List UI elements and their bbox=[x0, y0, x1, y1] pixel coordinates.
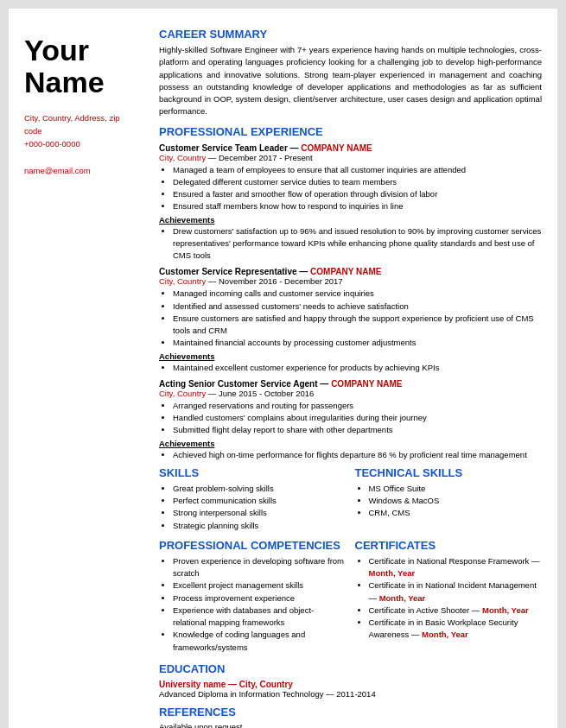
job-1-title: Customer Service Team Leader — COMPANY N… bbox=[159, 143, 542, 153]
competencies-section: PROFESSIONAL COMPETENCIES Proven experie… bbox=[159, 539, 347, 655]
list-item: Experience with databases and object-rel… bbox=[173, 605, 347, 630]
list-item: Identified and assessed customers' needs… bbox=[173, 301, 542, 313]
job-3: Acting Senior Customer Service Agent — C… bbox=[159, 379, 542, 461]
list-item: Certificate in National Response Framewo… bbox=[369, 555, 543, 580]
job-1-achievements: Drew customers' satisfaction up to 96% a… bbox=[173, 225, 542, 263]
job-1-achievements-label: Achievements bbox=[159, 215, 542, 225]
job-1-bullets: Managed a team of employees to ensure th… bbox=[173, 164, 542, 213]
professional-experience-section: PROFESSIONAL EXPERIENCE Customer Service… bbox=[159, 125, 542, 461]
list-item: Knowledge of coding languages and framew… bbox=[173, 629, 347, 654]
list-item: Managed incoming calls and customer serv… bbox=[173, 288, 542, 300]
email: name@email.com bbox=[24, 164, 137, 177]
job-2-bullets: Managed incoming calls and customer serv… bbox=[173, 288, 542, 349]
list-item: Achieved high on-time performance for fl… bbox=[173, 449, 542, 461]
competencies-row: PROFESSIONAL COMPETENCIES Proven experie… bbox=[159, 539, 542, 655]
technical-skills-section: TECHNICAL SKILLS MS Office Suite Windows… bbox=[355, 466, 543, 534]
references-section: REFERENCES Available upon request bbox=[159, 706, 542, 728]
list-item: Maintained financial accounts by process… bbox=[173, 337, 542, 349]
skills-row: SKILLS Great problem-solving skills Perf… bbox=[159, 466, 542, 534]
list-item: Certificate in in National Incident Mana… bbox=[369, 579, 543, 605]
city-country: City, Country, Address, zip code bbox=[24, 111, 137, 137]
list-item: Excellent project management skills bbox=[173, 579, 347, 592]
list-item: Certificate in in Basic Workplace Securi… bbox=[369, 617, 543, 642]
technical-skills-title: TECHNICAL SKILLS bbox=[355, 466, 543, 479]
list-item: CRM, CMS bbox=[369, 507, 543, 519]
skills-title: SKILLS bbox=[159, 466, 347, 479]
list-item: Perfect communication skills bbox=[173, 495, 347, 507]
job-2-achievements-label: Achievements bbox=[159, 351, 542, 361]
job-3-bullets: Arranged reservations and routing for pa… bbox=[173, 400, 542, 437]
phone: +000-000-0000 bbox=[24, 137, 137, 150]
education-section: EDUCATION University name — City, Countr… bbox=[159, 662, 542, 699]
job-2-location: City, Country — November 2016 - December… bbox=[159, 276, 542, 286]
list-item: Windows & MacOS bbox=[369, 495, 543, 507]
career-summary-text: Highly-skilled Software Engineer with 7+… bbox=[159, 44, 542, 118]
education-title: EDUCATION bbox=[159, 662, 542, 675]
job-1: Customer Service Team Leader — COMPANY N… bbox=[159, 143, 542, 263]
list-item: Ensured staff members know how to respon… bbox=[173, 200, 542, 212]
skills-section: SKILLS Great problem-solving skills Perf… bbox=[159, 466, 347, 534]
competencies-list: Proven experience in developing software… bbox=[173, 555, 347, 654]
job-3-achievements-label: Achievements bbox=[159, 439, 542, 448]
list-item: Ensure customers are satisfied and happy… bbox=[173, 313, 542, 338]
list-item: Submitted flight delay report to share w… bbox=[173, 424, 542, 436]
job-2: Customer Service Representative — COMPAN… bbox=[159, 267, 542, 374]
certificates-title: CERTIFICATES bbox=[355, 539, 543, 552]
technical-skills-list: MS Office Suite Windows & MacOS CRM, CMS bbox=[369, 483, 543, 520]
list-item: Maintained excellent customer experience… bbox=[173, 362, 542, 374]
first-name: Your bbox=[24, 35, 137, 66]
certificates-list: Certificate in National Response Framewo… bbox=[369, 555, 543, 642]
last-name: Name bbox=[24, 66, 137, 98]
education-detail: Advanced Diploma in Information Technolo… bbox=[159, 689, 542, 699]
references-title: REFERENCES bbox=[159, 706, 542, 719]
list-item: Ensured a faster and smoother flow of op… bbox=[173, 188, 542, 200]
references-text: Available upon request bbox=[159, 722, 542, 728]
list-item: Delegated different customer service dut… bbox=[173, 176, 542, 188]
education-university: University name — City, Country bbox=[159, 679, 542, 689]
list-item: Handled customers' complains about irreg… bbox=[173, 412, 542, 424]
job-1-location: City, Country — December 2017 - Present bbox=[159, 153, 542, 162]
name-block: Your Name bbox=[24, 35, 137, 99]
list-item: Great problem-solving skills bbox=[173, 483, 347, 495]
contact-info: City, Country, Address, zip code +000-00… bbox=[24, 111, 137, 177]
professional-experience-title: PROFESSIONAL EXPERIENCE bbox=[159, 125, 542, 138]
list-item: Proven experience in developing software… bbox=[173, 555, 347, 580]
job-3-title: Acting Senior Customer Service Agent — C… bbox=[159, 379, 542, 389]
list-item: Drew customers' satisfaction up to 96% a… bbox=[173, 225, 542, 263]
job-3-location: City, Country — June 2015 - October 2016 bbox=[159, 389, 542, 398]
career-summary-title: CAREER SUMMARY bbox=[159, 28, 542, 41]
list-item: Certificate in Active Shooter — Month, Y… bbox=[369, 605, 543, 617]
competencies-title: PROFESSIONAL COMPETENCIES bbox=[159, 539, 347, 552]
list-item: Strong interpersonal skills bbox=[173, 507, 347, 519]
list-item: Process improvement experience bbox=[173, 592, 347, 605]
list-item: Arranged reservations and routing for pa… bbox=[173, 400, 542, 412]
list-item: MS Office Suite bbox=[369, 483, 543, 495]
job-2-achievements: Maintained excellent customer experience… bbox=[173, 362, 542, 374]
certificates-section: CERTIFICATES Certificate in National Res… bbox=[355, 539, 543, 655]
resume-page: Your Name City, Country, Address, zip co… bbox=[9, 9, 557, 728]
career-summary-section: CAREER SUMMARY Highly-skilled Software E… bbox=[159, 28, 542, 118]
job-3-achievements: Achieved high on-time performance for fl… bbox=[173, 449, 542, 461]
list-item: Strategic planning skills bbox=[173, 520, 347, 532]
right-column: CAREER SUMMARY Highly-skilled Software E… bbox=[147, 9, 557, 728]
job-2-title: Customer Service Representative — COMPAN… bbox=[159, 267, 542, 276]
skills-list: Great problem-solving skills Perfect com… bbox=[173, 483, 347, 532]
left-column: Your Name City, Country, Address, zip co… bbox=[9, 9, 147, 728]
list-item: Managed a team of employees to ensure th… bbox=[173, 164, 542, 176]
